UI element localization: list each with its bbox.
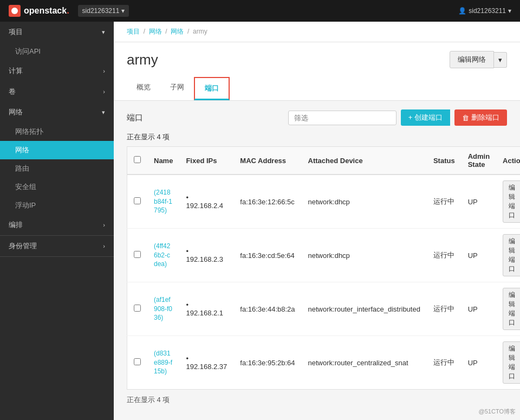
row-mac-cell: fa:16:3e:95:2b:64 — [233, 336, 301, 390]
action-btn-group: 编辑端口 ▾ — [503, 341, 520, 384]
user-menu[interactable]: 👤 sid21263211 ▾ — [458, 7, 511, 15]
row-attached-device-cell: network:router_interface_distributed — [302, 282, 427, 336]
create-port-button[interactable]: + 创建端口 — [401, 109, 450, 126]
chevron-down-icon: ▾ — [121, 7, 125, 15]
row-attached-device-cell: network:dhcp — [302, 229, 427, 282]
delete-port-button[interactable]: 🗑 删除端口 — [454, 109, 507, 126]
edit-port-button-1[interactable]: 编辑端口 — [503, 234, 520, 276]
svg-point-0 — [11, 8, 18, 14]
col-fixed-ips: Fixed IPs — [179, 147, 233, 175]
row-admin-state-cell: UP — [461, 336, 496, 390]
sidebar-item-wangluo-parent[interactable]: 网络 ▾ — [0, 102, 114, 122]
chevron-right-icon: › — [103, 243, 105, 249]
row-name-cell: (d831e889-f15b) — [147, 336, 179, 390]
row-name-cell: (af1ef908-f036) — [147, 282, 179, 336]
breadcrumb-project[interactable]: 项目 — [127, 28, 140, 35]
row-checkbox-2[interactable] — [134, 305, 141, 312]
sidebar-item-juan[interactable]: 卷 › — [0, 81, 114, 102]
row-actions-cell: 编辑端口 ▾ — [496, 229, 520, 282]
sidebar-section-identity: 身份管理 › — [0, 236, 114, 257]
row-admin-state-cell: UP — [461, 229, 496, 282]
row-fixed-ips-cell: • 192.168.2.3 — [179, 229, 233, 282]
edit-btn-group: 编辑网络 ▾ — [450, 51, 507, 68]
sidebar-item-jisuan[interactable]: 计算 › — [0, 61, 114, 81]
breadcrumb-current: army — [193, 28, 207, 35]
row-checkbox-cell — [127, 229, 148, 282]
table-row: (d831e889-f15b) • 192.168.2.37 fa:16:3e:… — [127, 336, 521, 390]
edit-port-button-2[interactable]: 编辑端口 — [503, 288, 520, 330]
sidebar-item-anquanzu[interactable]: 安全组 — [0, 178, 114, 196]
col-mac-address: MAC Address — [233, 147, 301, 175]
row-mac-cell: fa:16:3e:cd:5e:64 — [233, 229, 301, 282]
row-mac-cell: fa:16:3e:44:b8:2a — [233, 282, 301, 336]
chevron-right-icon: › — [103, 222, 105, 228]
row-status-cell: 运行中 — [427, 229, 461, 282]
chevron-right-icon: › — [103, 68, 105, 74]
tab-ziwang[interactable]: 子网 — [160, 77, 194, 100]
row-admin-state-cell: UP — [461, 282, 496, 336]
breadcrumb-network[interactable]: 网络 — [149, 28, 162, 35]
row-actions-cell: 编辑端口 ▾ — [496, 282, 520, 336]
breadcrumb-networks[interactable]: 网络 — [171, 28, 184, 35]
row-actions-cell: 编辑端口 ▾ — [496, 336, 520, 390]
port-link-1[interactable]: (4ff426b2-cdea) — [154, 242, 173, 269]
row-checkbox-cell — [127, 282, 148, 336]
row-mac-cell: fa:16:3e:12:66:5c — [233, 175, 301, 229]
col-actions: Actions — [496, 147, 520, 175]
select-all-checkbox[interactable] — [134, 156, 141, 163]
row-checkbox-3[interactable] — [134, 358, 141, 365]
tabs: 概览 子网 端口 — [127, 77, 507, 100]
table-toolbar: 端口 + 创建端口 🗑 删除端口 — [127, 109, 507, 126]
row-status-cell: 运行中 — [427, 282, 461, 336]
page-title: army — [127, 51, 158, 68]
action-btn-group: 编辑端口 ▾ — [503, 234, 520, 276]
tab-gailan[interactable]: 概览 — [127, 77, 160, 100]
logo-text: openstack. — [24, 6, 69, 16]
trash-icon: 🗑 — [462, 114, 469, 122]
sidebar-project-label: 项目 — [9, 27, 23, 37]
row-checkbox-0[interactable] — [134, 197, 141, 204]
openstack-logo: openstack. — [9, 5, 69, 17]
col-status: Status — [427, 147, 461, 175]
edit-network-dropdown-button[interactable]: ▾ — [494, 52, 507, 68]
table-row: (4ff426b2-cdea) • 192.168.2.3 fa:16:3e:c… — [127, 229, 521, 282]
edit-port-button-3[interactable]: 编辑端口 — [503, 341, 520, 384]
chevron-down-icon: ▾ — [102, 109, 105, 116]
port-link-2[interactable]: (af1ef908-f036) — [154, 295, 173, 322]
project-name: sid21263211 — [82, 7, 120, 15]
sidebar-item-fudongeip[interactable]: 浮动IP — [0, 196, 114, 215]
main-content: 项目 / 网络 / 网络 / army army 编辑网络 ▾ 概览 子网 端口 — [114, 22, 520, 420]
sidebar-item-identity[interactable]: 身份管理 › — [0, 236, 114, 256]
edit-network-button[interactable]: 编辑网络 — [450, 51, 494, 68]
sidebar-item-wangluo-tuopu[interactable]: 网络拓扑 — [0, 122, 114, 141]
sidebar-item-wangluo[interactable]: 网络 — [0, 141, 114, 159]
sidebar-item-bianpai[interactable]: 编排 › — [0, 215, 114, 235]
tab-duankou[interactable]: 端口 — [194, 77, 230, 100]
row-attached-device-cell: network:router_centralized_snat — [302, 336, 427, 390]
top-nav: openstack. sid21263211 ▾ 👤 sid21263211 ▾ — [0, 0, 520, 22]
top-nav-left: openstack. sid21263211 ▾ — [9, 5, 129, 17]
filter-input[interactable] — [288, 111, 396, 125]
action-btn-group: 编辑端口 ▾ — [503, 180, 520, 223]
username: sid21263211 — [469, 7, 506, 15]
row-checkbox-1[interactable] — [134, 251, 141, 258]
row-name-cell: (2418b84f-1795) — [147, 175, 179, 229]
port-link-3[interactable]: (d831e889-f15b) — [154, 349, 173, 376]
breadcrumb: 项目 / 网络 / 网络 / army — [114, 22, 520, 42]
col-admin-state: Admin State — [461, 147, 496, 175]
port-link-0[interactable]: (2418b84f-1795) — [154, 188, 173, 215]
row-admin-state-cell: UP — [461, 175, 496, 229]
sidebar-item-luyou[interactable]: 路由 — [0, 159, 114, 178]
table-row: (af1ef908-f036) • 192.168.2.1 fa:16:3e:4… — [127, 282, 521, 336]
sidebar-item-fangwen-api[interactable]: 访问API — [0, 42, 114, 61]
edit-port-button-0[interactable]: 编辑端口 — [503, 180, 520, 223]
sidebar-item-project[interactable]: 项目 ▾ — [0, 22, 114, 42]
toolbar-right: + 创建端口 🗑 删除端口 — [288, 109, 507, 126]
project-selector[interactable]: sid21263211 ▾ — [78, 5, 129, 17]
user-icon: 👤 — [458, 7, 466, 15]
sidebar: 项目 ▾ 访问API 计算 › 卷 › 网络 ▾ 网络拓扑 网络 — [0, 22, 114, 420]
row-status-cell: 运行中 — [427, 175, 461, 229]
chevron-right-icon: › — [103, 88, 105, 95]
table-header-row: Name Fixed IPs MAC Address Attached Devi… — [127, 147, 521, 175]
table-row: (2418b84f-1795) • 192.168.2.4 fa:16:3e:1… — [127, 175, 521, 229]
